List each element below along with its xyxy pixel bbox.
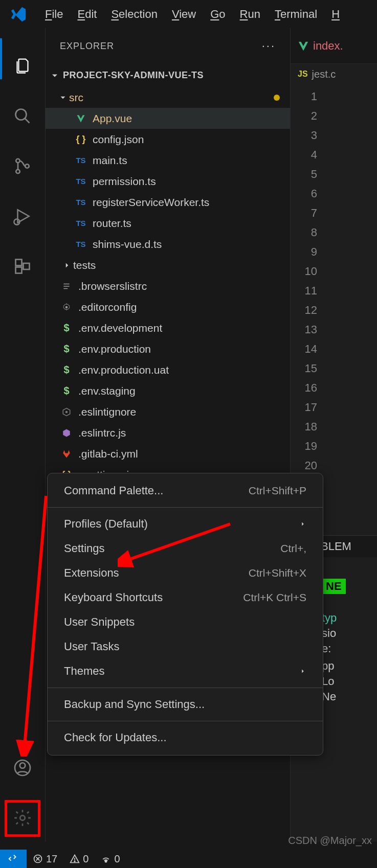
menubar-item[interactable]: Selection: [104, 5, 165, 24]
menu-item[interactable]: Command Palette...Ctrl+Shift+P: [48, 478, 323, 503]
menubar-item[interactable]: Edit: [70, 5, 104, 24]
vue-icon: [75, 114, 86, 123]
file-item[interactable]: .eslintrc.js: [46, 422, 290, 443]
editor-tabs: index.: [291, 28, 377, 64]
file-item[interactable]: TSpermission.ts: [46, 171, 290, 192]
line-number-gutter: 1234567891011121314151617181920212223: [291, 87, 326, 534]
file-item[interactable]: App.vue: [46, 108, 290, 129]
terminal-tab[interactable]: BLEM: [316, 536, 377, 557]
svg-point-23: [74, 861, 75, 862]
explorer-icon[interactable]: [13, 56, 32, 76]
file-label: .eslintrc.js: [78, 427, 126, 439]
file-label: config.json: [93, 133, 144, 146]
project-folder-header[interactable]: PROJECT-SKY-ADMIN-VUE-TS: [46, 64, 290, 87]
menu-item[interactable]: ExtensionsCtrl+Shift+X: [48, 561, 323, 585]
svg-point-11: [20, 763, 26, 768]
file-item[interactable]: TSregisterServiceWorker.ts: [46, 192, 290, 213]
manage-context-menu: Command Palette...Ctrl+Shift+PProfiles (…: [47, 473, 323, 756]
menu-item[interactable]: User Tasks: [48, 634, 323, 659]
status-ports[interactable]: 0: [95, 853, 126, 865]
run-debug-icon[interactable]: [13, 207, 32, 226]
file-item[interactable]: TSrouter.ts: [46, 213, 290, 234]
file-label: .env.production.uat: [78, 364, 169, 376]
file-label: .env.development: [78, 322, 162, 334]
line-number: 12: [291, 301, 326, 320]
terminal-line: pp: [316, 658, 377, 674]
menu-label: Themes: [64, 665, 104, 678]
braces-icon: { }: [75, 134, 86, 145]
file-item[interactable]: $.env.production: [46, 338, 290, 359]
menu-shortcut: Ctrl+Shift+X: [249, 567, 306, 579]
source-control-icon[interactable]: [13, 156, 32, 176]
menu-item[interactable]: Keyboard ShortcutsCtrl+K Ctrl+S: [48, 585, 323, 610]
ts-icon: TS: [75, 240, 86, 248]
file-item[interactable]: TSmain.ts: [46, 150, 290, 171]
menubar-item[interactable]: View: [165, 5, 203, 24]
menu-shortcut: Ctrl+K Ctrl+S: [243, 591, 306, 604]
remote-indicator-icon[interactable]: [0, 850, 27, 868]
status-errors[interactable]: 17: [27, 853, 63, 865]
hex-icon: [61, 428, 72, 438]
line-number: 14: [291, 339, 326, 359]
file-item[interactable]: $.env.staging: [46, 380, 290, 401]
sidebar-more-icon[interactable]: ···: [262, 39, 276, 53]
svg-point-4: [25, 164, 29, 168]
line-number: 16: [291, 378, 326, 398]
file-item[interactable]: $.env.development: [46, 317, 290, 338]
file-item[interactable]: TSshims-vue.d.ts: [46, 234, 290, 255]
file-item[interactable]: $.env.production.uat: [46, 359, 290, 380]
terminal-line: sio: [316, 626, 377, 641]
line-number: 8: [291, 223, 326, 242]
menubar-item[interactable]: H: [324, 5, 347, 24]
search-icon[interactable]: [13, 106, 32, 126]
file-item[interactable]: .eslintignore: [46, 401, 290, 422]
port-count: 0: [114, 853, 120, 865]
svg-rect-9: [24, 263, 30, 269]
file-label: .editorconfig: [78, 301, 137, 313]
activity-bar: [0, 28, 45, 842]
menu-item[interactable]: Backup and Sync Settings...: [48, 692, 323, 717]
breadcrumb[interactable]: JS jest.c: [291, 64, 377, 84]
line-number: 1: [291, 87, 326, 106]
file-item[interactable]: .editorconfig: [46, 296, 290, 317]
menu-item[interactable]: SettingsCtrl+,: [48, 536, 323, 561]
line-number: 3: [291, 126, 326, 145]
menubar-item[interactable]: Go: [203, 5, 232, 24]
terminal-line: typ: [316, 610, 377, 626]
file-label: .eslintignore: [78, 406, 136, 418]
file-item[interactable]: .gitlab-ci.yml: [46, 443, 290, 464]
menu-item[interactable]: Check for Updates...: [48, 725, 323, 750]
folder-src[interactable]: src: [46, 87, 290, 108]
svg-point-24: [105, 860, 107, 862]
accounts-icon[interactable]: [13, 758, 32, 778]
file-item[interactable]: .browserslistrc: [46, 276, 290, 296]
error-count: 17: [46, 853, 57, 865]
menu-item[interactable]: User Snippets: [48, 610, 323, 634]
extensions-icon[interactable]: [13, 257, 32, 276]
chevron-right-icon: [61, 261, 73, 270]
breadcrumb-file: jest.c: [312, 68, 336, 80]
svg-rect-7: [16, 260, 22, 266]
svg-point-3: [16, 170, 20, 174]
menu-label: Backup and Sync Settings...: [64, 698, 205, 711]
warning-count: 0: [83, 853, 88, 865]
chevron-down-icon: [57, 93, 69, 102]
status-warnings[interactable]: 0: [63, 853, 95, 865]
file-item[interactable]: { }config.json: [46, 129, 290, 150]
menubar-item[interactable]: File: [38, 5, 70, 24]
ts-icon: TS: [75, 198, 86, 207]
folder-label: src: [69, 92, 83, 104]
line-number: 17: [291, 398, 326, 417]
editor-tab[interactable]: index.: [298, 39, 343, 53]
menu-shortcut: Ctrl+,: [280, 542, 306, 555]
menu-label: Check for Updates...: [64, 731, 167, 744]
menubar-item[interactable]: Terminal: [268, 5, 324, 24]
menu-separator: [48, 507, 323, 508]
menubar-item[interactable]: Run: [233, 5, 268, 24]
menu-item[interactable]: Themes: [48, 659, 323, 683]
menu-label: Extensions: [64, 566, 119, 580]
terminal-line: e:: [316, 641, 377, 656]
line-number: 4: [291, 145, 326, 165]
menu-item[interactable]: Profiles (Default): [48, 512, 323, 536]
folder-item[interactable]: tests: [46, 255, 290, 276]
